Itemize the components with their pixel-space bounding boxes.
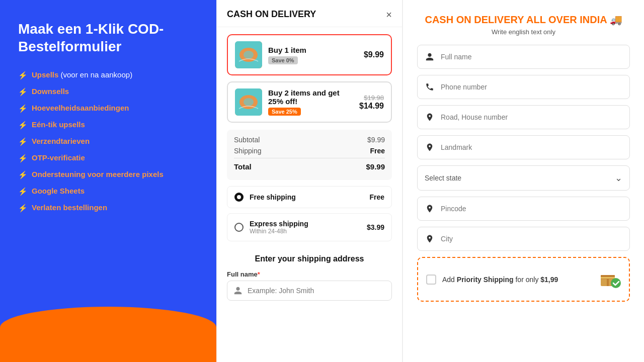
right-fullname-field[interactable] <box>417 45 630 69</box>
bolt-icon: ⚡ <box>18 71 28 80</box>
phone-icon <box>425 82 435 92</box>
order-modal: CASH ON DELIVERY × Buy 1 item Save 0% $9… <box>216 0 403 362</box>
total-row: Total $9.99 <box>234 158 385 171</box>
decorative-wave <box>0 307 216 362</box>
right-pincode-field[interactable] <box>417 197 630 221</box>
feature-item-shipping-rates: ⚡Verzendtarieven <box>18 137 198 146</box>
radio-dot-free <box>237 195 241 199</box>
bolt-icon: ⚡ <box>18 137 28 146</box>
full-name-input[interactable] <box>248 287 385 295</box>
feature-text: Ondersteuning voor meerdere pixels <box>32 170 164 178</box>
feature-text: Hoeveelheidsaanbiedingen <box>32 104 129 112</box>
product-image-2 <box>235 88 262 116</box>
bolt-icon: ⚡ <box>18 87 28 97</box>
state-select[interactable]: Select stateAndhra PradeshDelhiMaharasht… <box>425 174 609 182</box>
shipping-row: Shipping Free <box>234 147 385 155</box>
feature-item-otp: ⚡OTP-verificatie <box>18 153 198 163</box>
product-image-1 <box>235 41 262 68</box>
priority-price: $1,99 <box>540 276 558 284</box>
total-value: $9.99 <box>366 162 385 171</box>
right-road-input[interactable] <box>441 113 622 121</box>
full-name-input-wrapper[interactable] <box>227 281 392 301</box>
option-info-buy1: Buy 1 item Save 0% <box>268 46 358 64</box>
bolt-icon: ⚡ <box>18 204 28 213</box>
feature-text: OTP-verificatie <box>32 153 85 162</box>
feature-text: Google Sheets <box>32 187 85 195</box>
person-icon-right <box>425 52 435 62</box>
shipping-label-express: Express shipping Within 24-48h <box>250 220 361 235</box>
right-phone-field[interactable] <box>417 75 630 99</box>
shipping-label: Shipping <box>234 147 262 155</box>
feature-text: Verzendtarieven <box>32 137 90 145</box>
price-original-buy2: $19.98 <box>359 94 384 102</box>
person-icon <box>233 286 243 295</box>
total-label: Total <box>234 162 252 171</box>
delivery-box-icon <box>597 265 621 294</box>
bolt-icon: ⚡ <box>18 154 28 163</box>
shipping-address-section: Enter your shipping address Full name* <box>217 247 402 311</box>
order-option-buy1[interactable]: Buy 1 item Save 0% $9.99 <box>227 34 392 75</box>
priority-text-part2: for only <box>514 276 541 284</box>
order-totals: Subtotal $9.99 Shipping Free Total $9.99 <box>227 130 392 180</box>
bolt-icon: ⚡ <box>18 104 28 113</box>
shipping-name-free: Free shipping <box>250 193 363 201</box>
right-panel-title: CASH ON DELIVERY ALL OVER INDIA 🚚 <box>417 13 630 26</box>
page-title: Maak een 1-Klik COD-Bestelformulier <box>18 20 198 55</box>
radio-express <box>234 223 244 232</box>
feature-text: Verlaten bestellingen <box>32 203 107 212</box>
subtotal-value: $9.99 <box>367 136 385 144</box>
right-panel-subtitle: Write english text only <box>417 28 630 36</box>
state-select-wrapper[interactable]: Select stateAndhra PradeshDelhiMaharasht… <box>417 165 630 191</box>
right-landmark-input[interactable] <box>441 143 622 151</box>
feature-item-quantity: ⚡Hoeveelheidsaanbiedingen <box>18 104 198 113</box>
shipping-options: Free shipping Free Express shipping With… <box>227 186 392 241</box>
priority-text-bold: Priority Shipping <box>457 276 514 284</box>
save-badge-buy2: Save 25% <box>268 108 301 116</box>
priority-checkbox[interactable] <box>426 275 436 285</box>
shipping-price-free: Free <box>369 193 384 201</box>
right-landmark-field[interactable] <box>417 135 630 159</box>
feature-text: Eén-tik upsells <box>32 120 85 129</box>
price-final-buy2: $14.99 <box>359 102 384 110</box>
right-pincode-input[interactable] <box>441 205 622 213</box>
svg-rect-8 <box>607 275 609 286</box>
left-panel: Maak een 1-Klik COD-Bestelformulier ⚡Ups… <box>0 0 216 362</box>
shipping-value: Free <box>370 147 385 155</box>
bolt-icon: ⚡ <box>18 187 28 196</box>
right-panel: CASH ON DELIVERY ALL OVER INDIA 🚚 Write … <box>403 0 644 362</box>
location-icon-road <box>425 112 435 122</box>
close-button[interactable]: × <box>386 10 392 20</box>
address-section-title: Enter your shipping address <box>227 254 392 263</box>
right-city-input[interactable] <box>441 235 622 243</box>
svg-point-5 <box>244 98 254 106</box>
chevron-down-icon: ⌄ <box>615 172 622 184</box>
feature-list: ⚡Upsells (voor en na aankoop)⚡Downsells⚡… <box>18 70 198 213</box>
option-title-buy1: Buy 1 item <box>268 46 358 54</box>
right-fullname-input[interactable] <box>441 53 622 61</box>
option-info-buy2: Buy 2 items and get 25% off! Save 25% <box>268 88 353 116</box>
priority-shipping-box[interactable]: Add Priority Shipping for only $1,99 <box>417 257 630 302</box>
subtotal-label: Subtotal <box>234 136 260 144</box>
feature-item-downsells: ⚡Downsells <box>18 87 198 97</box>
radio-free <box>234 193 244 202</box>
order-option-buy2[interactable]: Buy 2 items and get 25% off! Save 25% $1… <box>227 81 392 123</box>
option-price-buy1: $9.99 <box>364 50 384 59</box>
shipping-label-free: Free shipping <box>250 193 363 201</box>
right-road-field[interactable] <box>417 105 630 129</box>
svg-point-2 <box>244 51 254 59</box>
modal-header: CASH ON DELIVERY × <box>217 0 402 27</box>
right-phone-input[interactable] <box>441 83 622 91</box>
svg-rect-9 <box>601 277 615 279</box>
subtotal-row: Subtotal $9.99 <box>234 136 385 144</box>
bolt-icon: ⚡ <box>18 170 28 179</box>
shipping-sub-express: Within 24-48h <box>250 228 361 235</box>
right-city-field[interactable] <box>417 227 630 251</box>
bolt-icon: ⚡ <box>18 121 28 130</box>
save-badge-buy1: Save 0% <box>268 56 298 64</box>
shipping-option-express[interactable]: Express shipping Within 24-48h $3.99 <box>227 213 392 241</box>
full-name-label: Full name* <box>227 270 392 278</box>
shipping-option-free[interactable]: Free shipping Free <box>227 186 392 208</box>
shipping-name-express: Express shipping <box>250 220 361 228</box>
feature-item-one-tap: ⚡Eén-tik upsells <box>18 120 198 130</box>
feature-item-google-sheets: ⚡Google Sheets <box>18 187 198 196</box>
